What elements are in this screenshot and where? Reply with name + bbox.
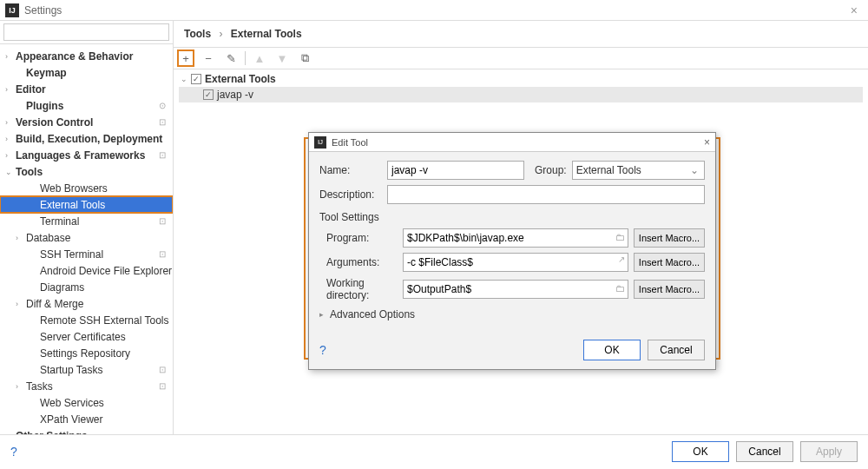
- app-icon: IJ: [5, 3, 19, 17]
- sidebar-item[interactable]: Web Services: [0, 394, 173, 411]
- add-button[interactable]: +: [177, 50, 194, 67]
- advanced-options-row[interactable]: ▸ Advanced Options: [319, 308, 705, 320]
- workdir-input[interactable]: [403, 280, 628, 299]
- edit-tool-dialog: IJ Edit Tool × Name: Group: External Too…: [308, 132, 716, 370]
- app-icon: IJ: [314, 136, 326, 149]
- chevron-right-icon: ›: [16, 234, 26, 242]
- chevron-down-icon: ⌄: [181, 75, 191, 83]
- sidebar-item[interactable]: ›Other Settings: [0, 427, 173, 434]
- group-value: External Tools: [576, 164, 641, 176]
- project-scope-icon: ⊡: [159, 249, 166, 259]
- sidebar-item-label: Version Control: [16, 116, 159, 129]
- folder-icon[interactable]: 🗀: [615, 232, 625, 242]
- sidebar-item-label: Build, Execution, Deployment: [16, 133, 173, 145]
- external-tools-tree: ⌄ ✓ External Tools ✓ javap -v: [174, 69, 868, 104]
- sidebar-item-label: XPath Viewer: [40, 413, 173, 426]
- breadcrumb: Tools › External Tools: [174, 21, 868, 47]
- project-scope-icon: ⊡: [159, 365, 166, 374]
- sidebar-item[interactable]: Terminal⊡: [0, 213, 173, 229]
- description-label: Description:: [319, 188, 382, 201]
- expand-icon[interactable]: ↗: [618, 254, 625, 264]
- sidebar-item[interactable]: Diagrams: [0, 279, 173, 295]
- dialog-title: Edit Tool: [332, 137, 368, 148]
- ok-button[interactable]: OK: [583, 340, 641, 360]
- sidebar-item-label: Plugins: [26, 100, 159, 112]
- checkbox[interactable]: ✓: [191, 74, 201, 84]
- sidebar-item[interactable]: ›Languages & Frameworks⊡: [0, 147, 173, 163]
- group-select[interactable]: External Tools: [572, 161, 705, 180]
- project-scope-icon: ⊡: [159, 117, 166, 127]
- edit-button[interactable]: ✎: [222, 50, 240, 67]
- cancel-button[interactable]: Cancel: [736, 441, 793, 462]
- sidebar-item[interactable]: XPath Viewer: [0, 411, 173, 427]
- remove-button[interactable]: −: [200, 50, 217, 67]
- move-up-button[interactable]: ▲: [251, 50, 268, 67]
- sidebar-item-label: Remote SSH External Tools: [40, 314, 173, 327]
- insert-macro-button[interactable]: Insert Macro...: [634, 228, 705, 248]
- sidebar-item[interactable]: Server Certificates: [0, 328, 173, 345]
- toolbar: + − ✎ ▲ ▼ ⧉: [174, 47, 868, 69]
- close-icon[interactable]: ×: [704, 136, 710, 149]
- chevron-right-icon: ›: [16, 382, 26, 391]
- sidebar-item[interactable]: Android Device File Explorer: [0, 262, 173, 279]
- sidebar-item[interactable]: ⌄Tools: [0, 163, 173, 180]
- sidebar-item-label: Android Device File Explorer: [40, 265, 173, 277]
- copy-button[interactable]: ⧉: [296, 50, 313, 67]
- group-label: Group:: [535, 164, 567, 176]
- arguments-row: Arguments: ↗ Insert Macro...: [319, 253, 705, 272]
- sidebar-item[interactable]: ›Editor: [0, 81, 173, 97]
- cancel-button[interactable]: Cancel: [648, 340, 705, 360]
- sidebar-item[interactable]: ›Tasks⊡: [0, 378, 173, 394]
- sidebar-item[interactable]: Plugins⊙: [0, 97, 173, 114]
- folder-icon[interactable]: 🗀: [615, 283, 625, 294]
- tool-row[interactable]: ✓ javap -v: [179, 87, 863, 102]
- chevron-right-icon: ›: [16, 300, 26, 308]
- sidebar-item[interactable]: ›Diff & Merge: [0, 295, 173, 312]
- name-input[interactable]: [387, 161, 524, 180]
- project-scope-icon: ⊡: [159, 150, 166, 160]
- checkbox[interactable]: ✓: [203, 89, 214, 100]
- close-icon[interactable]: ×: [845, 3, 863, 17]
- advanced-label: Advanced Options: [330, 308, 415, 320]
- breadcrumb-root: Tools: [184, 28, 211, 40]
- window-title: Settings: [24, 4, 62, 17]
- help-icon[interactable]: ?: [319, 343, 326, 357]
- sidebar-item-label: Web Services: [40, 397, 173, 409]
- chevron-right-icon: ›: [5, 85, 16, 94]
- sidebar-item-label: Editor: [16, 83, 173, 96]
- workdir-label: Working directory:: [319, 277, 398, 301]
- sidebar-item[interactable]: Keymap: [0, 64, 173, 81]
- sidebar-item[interactable]: Web Browsers: [0, 180, 173, 196]
- chevron-right-icon: ›: [5, 135, 16, 143]
- sidebar-item[interactable]: Remote SSH External Tools: [0, 312, 173, 328]
- description-input[interactable]: [387, 185, 705, 204]
- sidebar-item[interactable]: ›Database: [0, 229, 173, 246]
- sidebar-item-label: Settings Repository: [40, 347, 173, 360]
- sidebar-item[interactable]: Startup Tasks⊡: [0, 361, 173, 378]
- sidebar-item[interactable]: ›Version Control⊡: [0, 114, 173, 130]
- project-scope-icon: ⊙: [159, 101, 166, 110]
- apply-button[interactable]: Apply: [800, 441, 858, 462]
- search-input[interactable]: [3, 23, 169, 41]
- ok-button[interactable]: OK: [672, 441, 729, 462]
- sidebar-item-label: Server Certificates: [40, 331, 173, 343]
- tools-group-row[interactable]: ⌄ ✓ External Tools: [179, 71, 863, 87]
- sidebar-item-label: External Tools: [40, 199, 173, 211]
- help-icon[interactable]: ?: [10, 445, 17, 459]
- dialog-footer: ? OK Cancel: [309, 340, 715, 369]
- move-down-button[interactable]: ▼: [273, 50, 291, 67]
- sidebar-item[interactable]: ›Appearance & Behavior: [0, 48, 173, 64]
- settings-tree: ›Appearance & BehaviorKeymap›EditorPlugi…: [0, 44, 173, 434]
- arguments-input[interactable]: [403, 253, 628, 272]
- name-label: Name:: [319, 164, 382, 176]
- insert-macro-button[interactable]: Insert Macro...: [634, 253, 705, 272]
- program-input[interactable]: [403, 228, 628, 248]
- sidebar-item[interactable]: External Tools: [0, 196, 173, 213]
- sidebar-item-label: Languages & Frameworks: [16, 149, 159, 162]
- sidebar-item[interactable]: ›Build, Execution, Deployment: [0, 130, 173, 147]
- sidebar-item[interactable]: SSH Terminal⊡: [0, 246, 173, 262]
- insert-macro-button[interactable]: Insert Macro...: [634, 280, 705, 299]
- program-row: Program: 🗀 Insert Macro...: [319, 228, 705, 248]
- project-scope-icon: ⊡: [159, 216, 166, 226]
- sidebar-item[interactable]: Settings Repository: [0, 345, 173, 361]
